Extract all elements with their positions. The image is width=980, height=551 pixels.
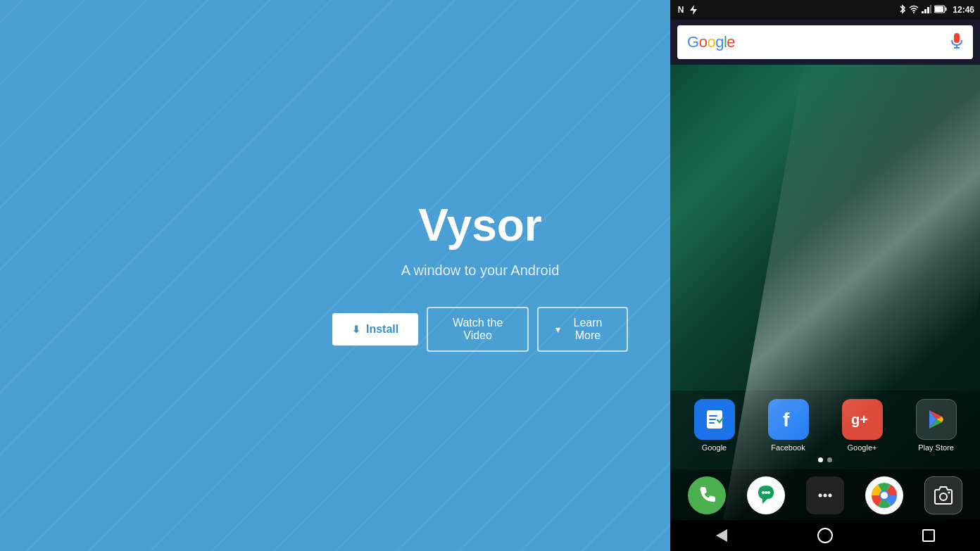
dock-chrome[interactable] [856,476,912,514]
svg-point-24 [824,494,827,498]
svg-rect-3 [924,9,926,13]
phone-screen: N 12:46 Google [670,0,980,551]
svg-point-31 [948,492,950,494]
signal-icon [922,5,931,15]
hero-subtitle: A window to your Android [332,262,628,279]
back-icon [716,529,727,542]
page-dots [670,457,980,462]
svg-rect-8 [935,6,943,12]
svg-point-29 [881,492,888,499]
svg-rect-2 [922,11,924,13]
svg-point-20 [762,491,765,494]
dock-phone[interactable] [679,476,735,514]
bolt-icon [689,5,698,15]
watch-video-label: Watch the Video [445,317,510,342]
wallpaper: Google f Facebook g+ [670,65,980,520]
bluetooth-icon [899,4,906,15]
wifi-icon [909,5,919,15]
svg-point-25 [829,494,832,498]
phone-icon [688,476,726,514]
hero-buttons: Install Watch the Video Learn More [332,307,628,352]
bottom-dock [670,469,980,520]
google-tasks-icon [694,399,735,440]
messages-icon [806,476,844,514]
google-search-bar[interactable]: Google [677,25,973,59]
svg-marker-15 [929,410,943,429]
dock-messages[interactable] [797,476,853,514]
learn-more-button[interactable]: Learn More [537,307,628,352]
status-bar-right: 12:46 [899,4,974,15]
google-logo: Google [687,33,735,51]
app-google-plus[interactable]: g+ Google+ [834,399,891,452]
app-facebook[interactable]: f Facebook [760,399,817,452]
svg-point-27 [879,490,890,501]
svg-point-21 [765,491,767,494]
dot-2 [827,457,832,462]
back-button[interactable] [709,523,734,548]
app-play-store-label: Play Store [918,443,954,452]
app-google-plus-label: Google+ [848,443,877,452]
svg-point-26 [872,483,897,508]
learn-more-label: Learn More [566,317,610,342]
svg-point-22 [767,491,770,494]
mic-icon [950,32,963,52]
status-bar-left: N [676,5,698,15]
status-bar: N 12:46 [670,0,980,20]
svg-point-30 [940,493,947,500]
app-google[interactable]: Google [686,399,743,452]
chevron-down-icon [555,323,560,336]
facebook-icon: f [768,399,809,440]
app-row-1: Google f Facebook g+ [670,399,980,452]
home-icon [817,528,833,543]
camera-icon [924,476,962,514]
svg-point-23 [819,494,822,498]
svg-marker-19 [929,410,936,429]
recents-icon [922,529,935,542]
install-label: Install [366,323,398,336]
hangouts-icon [747,476,785,514]
svg-rect-4 [927,7,929,13]
svg-text:f: f [783,409,790,431]
app-play-store[interactable]: Play Store [908,399,965,452]
svg-point-1 [913,12,915,13]
dock-hangouts[interactable] [738,476,794,514]
hero-title: Vysor [332,199,628,251]
svg-marker-18 [929,419,942,429]
recents-button[interactable] [916,523,941,548]
svg-rect-7 [946,8,947,11]
dot-1 [818,457,823,462]
svg-marker-0 [690,5,697,15]
svg-rect-9 [954,33,960,43]
svg-point-28 [879,490,889,500]
svg-marker-17 [936,417,943,422]
nav-bar [670,520,980,551]
download-icon [352,323,360,336]
hero-content: Vysor A window to your Android Install W… [332,199,628,352]
time-display: 12:46 [953,5,974,15]
apps-section: Google f Facebook g+ [670,391,980,520]
home-button[interactable] [812,523,838,548]
install-button[interactable]: Install [332,313,418,346]
app-facebook-label: Facebook [771,443,805,452]
app-google-label: Google [702,443,727,452]
chrome-icon [865,476,903,514]
battery-icon [934,5,947,15]
svg-marker-16 [929,410,942,419]
watch-video-button[interactable]: Watch the Video [427,307,529,352]
google-plus-icon: g+ [842,399,883,440]
dock-camera[interactable] [915,476,972,514]
play-store-icon [916,399,957,440]
svg-text:g+: g+ [851,412,868,427]
svg-rect-5 [930,5,931,13]
hero-section: Vysor A window to your Android Install W… [0,0,670,551]
n-icon: N [676,5,686,15]
